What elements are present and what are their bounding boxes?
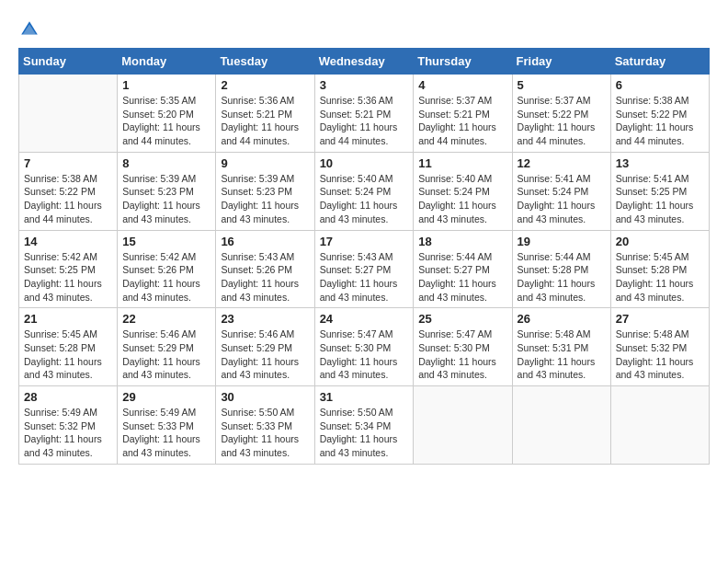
calendar-cell: 14 Sunrise: 5:42 AMSunset: 5:25 PMDaylig… (19, 230, 118, 308)
logo (18, 18, 44, 40)
day-number: 15 (122, 235, 210, 248)
day-number: 22 (122, 312, 210, 326)
day-info: Sunrise: 5:45 AMSunset: 5:28 PMDaylight:… (616, 250, 704, 304)
calendar-cell: 11 Sunrise: 5:40 AMSunset: 5:24 PMDaylig… (414, 152, 512, 230)
day-info: Sunrise: 5:37 AMSunset: 5:21 PMDaylight:… (418, 94, 506, 148)
day-number: 31 (320, 390, 409, 404)
calendar-cell: 23 Sunrise: 5:46 AMSunset: 5:29 PMDaylig… (216, 308, 314, 386)
day-info: Sunrise: 5:42 AMSunset: 5:26 PMDaylight:… (122, 250, 210, 304)
weekday-header: Sunday (19, 49, 118, 75)
day-number: 28 (24, 390, 112, 404)
day-info: Sunrise: 5:38 AMSunset: 5:22 PMDaylight:… (616, 94, 704, 148)
day-number: 2 (221, 78, 309, 92)
day-info: Sunrise: 5:44 AMSunset: 5:28 PMDaylight:… (518, 250, 606, 304)
day-number: 11 (418, 156, 506, 170)
calendar-week-row: 28 Sunrise: 5:49 AMSunset: 5:32 PMDaylig… (19, 386, 710, 465)
day-number: 16 (221, 235, 309, 248)
day-info: Sunrise: 5:45 AMSunset: 5:28 PMDaylight:… (24, 327, 112, 382)
calendar-cell: 8 Sunrise: 5:39 AMSunset: 5:23 PMDayligh… (118, 152, 216, 230)
calendar-cell: 13 Sunrise: 5:41 AMSunset: 5:25 PMDaylig… (610, 152, 709, 230)
day-number: 27 (616, 312, 704, 326)
day-number: 13 (616, 156, 704, 170)
calendar-cell: 16 Sunrise: 5:43 AMSunset: 5:26 PMDaylig… (216, 230, 314, 308)
day-number: 8 (122, 156, 210, 170)
weekday-header: Monday (118, 49, 216, 75)
header (18, 18, 710, 40)
calendar-week-row: 7 Sunrise: 5:38 AMSunset: 5:22 PMDayligh… (19, 152, 710, 230)
day-number: 21 (24, 312, 112, 326)
calendar-table: SundayMondayTuesdayWednesdayThursdayFrid… (18, 48, 710, 465)
day-number: 6 (616, 78, 704, 92)
day-info: Sunrise: 5:36 AMSunset: 5:21 PMDaylight:… (320, 94, 409, 148)
day-info: Sunrise: 5:41 AMSunset: 5:24 PMDaylight:… (518, 172, 606, 226)
calendar-cell: 26 Sunrise: 5:48 AMSunset: 5:31 PMDaylig… (512, 308, 610, 386)
calendar-cell: 30 Sunrise: 5:50 AMSunset: 5:33 PMDaylig… (216, 386, 314, 465)
calendar-cell: 19 Sunrise: 5:44 AMSunset: 5:28 PMDaylig… (512, 230, 610, 308)
calendar-cell (512, 386, 610, 465)
calendar-cell: 1 Sunrise: 5:35 AMSunset: 5:20 PMDayligh… (118, 75, 216, 153)
day-number: 3 (320, 78, 409, 92)
calendar-cell: 29 Sunrise: 5:49 AMSunset: 5:33 PMDaylig… (118, 386, 216, 465)
calendar-cell: 9 Sunrise: 5:39 AMSunset: 5:23 PMDayligh… (216, 152, 314, 230)
day-info: Sunrise: 5:43 AMSunset: 5:26 PMDaylight:… (221, 250, 309, 304)
day-info: Sunrise: 5:50 AMSunset: 5:33 PMDaylight:… (221, 406, 309, 460)
day-info: Sunrise: 5:37 AMSunset: 5:22 PMDaylight:… (518, 94, 606, 148)
day-number: 25 (418, 312, 506, 326)
day-info: Sunrise: 5:42 AMSunset: 5:25 PMDaylight:… (24, 250, 112, 304)
day-info: Sunrise: 5:50 AMSunset: 5:34 PMDaylight:… (320, 406, 409, 460)
calendar-cell: 21 Sunrise: 5:45 AMSunset: 5:28 PMDaylig… (19, 308, 118, 386)
day-info: Sunrise: 5:48 AMSunset: 5:32 PMDaylight:… (616, 327, 704, 382)
calendar-cell: 25 Sunrise: 5:47 AMSunset: 5:30 PMDaylig… (414, 308, 512, 386)
weekday-header: Saturday (610, 49, 709, 75)
page-container: SundayMondayTuesdayWednesdayThursdayFrid… (18, 18, 710, 465)
day-number: 23 (221, 312, 309, 326)
day-info: Sunrise: 5:48 AMSunset: 5:31 PMDaylight:… (518, 327, 606, 382)
calendar-cell: 7 Sunrise: 5:38 AMSunset: 5:22 PMDayligh… (19, 152, 118, 230)
day-number: 14 (24, 235, 112, 248)
calendar-cell: 4 Sunrise: 5:37 AMSunset: 5:21 PMDayligh… (414, 75, 512, 153)
calendar-cell: 22 Sunrise: 5:46 AMSunset: 5:29 PMDaylig… (118, 308, 216, 386)
day-info: Sunrise: 5:40 AMSunset: 5:24 PMDaylight:… (418, 172, 506, 226)
day-info: Sunrise: 5:39 AMSunset: 5:23 PMDaylight:… (221, 172, 309, 226)
calendar-cell: 28 Sunrise: 5:49 AMSunset: 5:32 PMDaylig… (19, 386, 118, 465)
day-info: Sunrise: 5:46 AMSunset: 5:29 PMDaylight:… (122, 327, 210, 382)
weekday-header: Friday (512, 49, 610, 75)
calendar-cell: 18 Sunrise: 5:44 AMSunset: 5:27 PMDaylig… (414, 230, 512, 308)
day-info: Sunrise: 5:43 AMSunset: 5:27 PMDaylight:… (320, 250, 409, 304)
calendar-cell: 6 Sunrise: 5:38 AMSunset: 5:22 PMDayligh… (610, 75, 709, 153)
day-number: 10 (320, 156, 409, 170)
calendar-cell: 27 Sunrise: 5:48 AMSunset: 5:32 PMDaylig… (610, 308, 709, 386)
day-number: 1 (122, 78, 210, 92)
day-info: Sunrise: 5:49 AMSunset: 5:32 PMDaylight:… (24, 406, 112, 460)
day-info: Sunrise: 5:38 AMSunset: 5:22 PMDaylight:… (24, 172, 112, 226)
weekday-header: Wednesday (314, 49, 414, 75)
calendar-week-row: 14 Sunrise: 5:42 AMSunset: 5:25 PMDaylig… (19, 230, 710, 308)
calendar-cell: 31 Sunrise: 5:50 AMSunset: 5:34 PMDaylig… (314, 386, 414, 465)
day-number: 26 (518, 312, 606, 326)
day-info: Sunrise: 5:41 AMSunset: 5:25 PMDaylight:… (616, 172, 704, 226)
calendar-week-row: 1 Sunrise: 5:35 AMSunset: 5:20 PMDayligh… (19, 75, 710, 153)
day-info: Sunrise: 5:46 AMSunset: 5:29 PMDaylight:… (221, 327, 309, 382)
day-number: 30 (221, 390, 309, 404)
calendar-cell (414, 386, 512, 465)
day-number: 19 (518, 235, 606, 248)
calendar-cell: 17 Sunrise: 5:43 AMSunset: 5:27 PMDaylig… (314, 230, 414, 308)
calendar-cell (610, 386, 709, 465)
calendar-cell: 10 Sunrise: 5:40 AMSunset: 5:24 PMDaylig… (314, 152, 414, 230)
day-info: Sunrise: 5:35 AMSunset: 5:20 PMDaylight:… (122, 94, 210, 148)
day-number: 29 (122, 390, 210, 404)
calendar-cell: 5 Sunrise: 5:37 AMSunset: 5:22 PMDayligh… (512, 75, 610, 153)
day-info: Sunrise: 5:47 AMSunset: 5:30 PMDaylight:… (418, 327, 506, 382)
calendar-cell: 12 Sunrise: 5:41 AMSunset: 5:24 PMDaylig… (512, 152, 610, 230)
day-info: Sunrise: 5:49 AMSunset: 5:33 PMDaylight:… (122, 406, 210, 460)
day-number: 24 (320, 312, 409, 326)
weekday-header: Thursday (414, 49, 512, 75)
day-number: 5 (518, 78, 606, 92)
day-info: Sunrise: 5:44 AMSunset: 5:27 PMDaylight:… (418, 250, 506, 304)
day-number: 7 (24, 156, 112, 170)
day-number: 20 (616, 235, 704, 248)
calendar-week-row: 21 Sunrise: 5:45 AMSunset: 5:28 PMDaylig… (19, 308, 710, 386)
day-number: 4 (418, 78, 506, 92)
calendar-cell: 2 Sunrise: 5:36 AMSunset: 5:21 PMDayligh… (216, 75, 314, 153)
weekday-header-row: SundayMondayTuesdayWednesdayThursdayFrid… (19, 49, 710, 75)
